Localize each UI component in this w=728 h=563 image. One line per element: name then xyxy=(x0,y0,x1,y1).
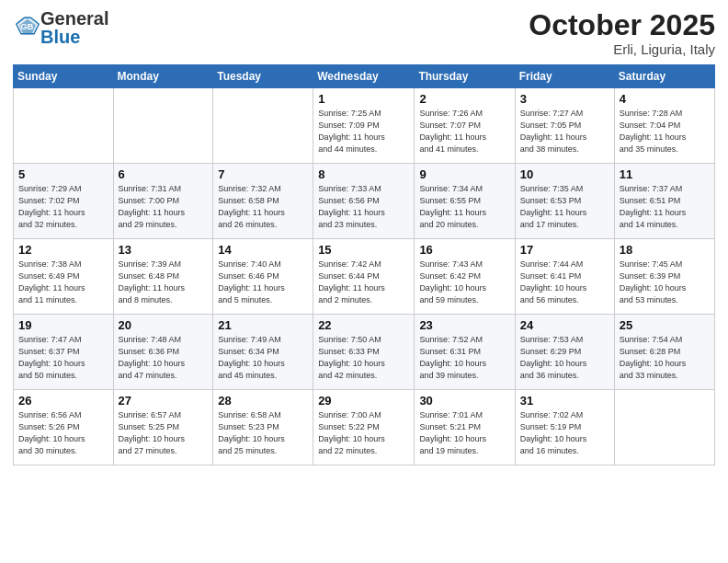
calendar-cell: 12Sunrise: 7:38 AM Sunset: 6:49 PM Dayli… xyxy=(14,239,114,315)
calendar-cell: 11Sunrise: 7:37 AM Sunset: 6:51 PM Dayli… xyxy=(614,164,714,239)
day-info: Sunrise: 7:54 AM Sunset: 6:28 PM Dayligh… xyxy=(620,334,710,382)
day-number: 15 xyxy=(318,243,409,257)
day-number: 23 xyxy=(419,318,509,332)
calendar-cell: 13Sunrise: 7:39 AM Sunset: 6:48 PM Dayli… xyxy=(113,239,213,315)
day-info: Sunrise: 7:29 AM Sunset: 7:02 PM Dayligh… xyxy=(18,183,108,231)
day-info: Sunrise: 7:53 AM Sunset: 6:29 PM Dayligh… xyxy=(520,334,609,382)
calendar-cell: 1Sunrise: 7:25 AM Sunset: 7:09 PM Daylig… xyxy=(313,88,415,164)
day-number: 17 xyxy=(520,243,609,257)
calendar-cell: 15Sunrise: 7:42 AM Sunset: 6:44 PM Dayli… xyxy=(313,239,415,315)
day-info: Sunrise: 7:32 AM Sunset: 6:58 PM Dayligh… xyxy=(218,183,308,231)
day-number: 18 xyxy=(620,243,710,257)
day-info: Sunrise: 7:26 AM Sunset: 7:07 PM Dayligh… xyxy=(419,108,509,155)
calendar-cell: 10Sunrise: 7:35 AM Sunset: 6:53 PM Dayli… xyxy=(515,164,614,239)
day-number: 8 xyxy=(318,167,409,181)
day-info: Sunrise: 7:35 AM Sunset: 6:53 PM Dayligh… xyxy=(520,183,609,231)
day-info: Sunrise: 7:52 AM Sunset: 6:31 PM Dayligh… xyxy=(419,334,509,382)
day-number: 28 xyxy=(218,394,308,408)
day-number: 14 xyxy=(218,243,308,257)
day-info: Sunrise: 6:56 AM Sunset: 5:26 PM Dayligh… xyxy=(18,409,108,457)
day-info: Sunrise: 7:43 AM Sunset: 6:42 PM Dayligh… xyxy=(419,259,509,306)
day-number: 20 xyxy=(119,318,209,332)
calendar-week-1: 1Sunrise: 7:25 AM Sunset: 7:09 PM Daylig… xyxy=(14,88,715,164)
day-number: 6 xyxy=(119,167,209,181)
col-tuesday: Tuesday xyxy=(213,65,313,88)
calendar-cell xyxy=(614,390,714,465)
day-number: 9 xyxy=(419,167,509,181)
logo-icon: GB xyxy=(15,13,40,39)
calendar-week-4: 19Sunrise: 7:47 AM Sunset: 6:37 PM Dayli… xyxy=(14,315,715,390)
calendar-cell: 7Sunrise: 7:32 AM Sunset: 6:58 PM Daylig… xyxy=(213,164,313,239)
col-monday: Monday xyxy=(113,65,213,88)
day-number: 3 xyxy=(520,92,609,106)
day-number: 19 xyxy=(18,318,108,332)
day-number: 5 xyxy=(18,167,108,181)
day-number: 21 xyxy=(218,318,308,332)
calendar-week-5: 26Sunrise: 6:56 AM Sunset: 5:26 PM Dayli… xyxy=(14,390,715,465)
day-number: 4 xyxy=(620,92,710,106)
col-wednesday: Wednesday xyxy=(313,65,415,88)
day-info: Sunrise: 7:38 AM Sunset: 6:49 PM Dayligh… xyxy=(18,259,108,306)
title-month: October 2025 xyxy=(529,9,715,41)
calendar-cell: 31Sunrise: 7:02 AM Sunset: 5:19 PM Dayli… xyxy=(515,390,614,465)
day-info: Sunrise: 6:57 AM Sunset: 5:25 PM Dayligh… xyxy=(119,409,209,457)
day-info: Sunrise: 7:39 AM Sunset: 6:48 PM Dayligh… xyxy=(119,259,209,306)
calendar-cell: 30Sunrise: 7:01 AM Sunset: 5:21 PM Dayli… xyxy=(415,390,515,465)
calendar-cell: 8Sunrise: 7:33 AM Sunset: 6:56 PM Daylig… xyxy=(313,164,415,239)
calendar-week-2: 5Sunrise: 7:29 AM Sunset: 7:02 PM Daylig… xyxy=(14,164,715,239)
day-info: Sunrise: 7:00 AM Sunset: 5:22 PM Dayligh… xyxy=(318,409,409,457)
day-info: Sunrise: 7:28 AM Sunset: 7:04 PM Dayligh… xyxy=(620,108,710,155)
header: GB General Blue October 2025 Erli, Ligur… xyxy=(13,9,715,57)
day-number: 10 xyxy=(520,167,609,181)
calendar-cell: 21Sunrise: 7:49 AM Sunset: 6:34 PM Dayli… xyxy=(213,315,313,390)
calendar-table: Sunday Monday Tuesday Wednesday Thursday… xyxy=(13,64,715,465)
calendar-cell: 5Sunrise: 7:29 AM Sunset: 7:02 PM Daylig… xyxy=(14,164,114,239)
day-info: Sunrise: 7:37 AM Sunset: 6:51 PM Dayligh… xyxy=(620,183,710,231)
calendar-cell: 3Sunrise: 7:27 AM Sunset: 7:05 PM Daylig… xyxy=(515,88,614,164)
logo-general-text: General xyxy=(40,8,108,29)
calendar-cell: 25Sunrise: 7:54 AM Sunset: 6:28 PM Dayli… xyxy=(614,315,714,390)
day-number: 12 xyxy=(18,243,108,257)
day-number: 31 xyxy=(520,394,609,408)
day-info: Sunrise: 7:25 AM Sunset: 7:09 PM Dayligh… xyxy=(318,108,409,155)
col-thursday: Thursday xyxy=(415,65,515,88)
day-info: Sunrise: 6:58 AM Sunset: 5:23 PM Dayligh… xyxy=(218,409,308,457)
col-sunday: Sunday xyxy=(14,65,114,88)
title-block: October 2025 Erli, Liguria, Italy xyxy=(529,9,715,57)
calendar-cell: 18Sunrise: 7:45 AM Sunset: 6:39 PM Dayli… xyxy=(614,239,714,315)
day-info: Sunrise: 7:44 AM Sunset: 6:41 PM Dayligh… xyxy=(520,259,609,306)
calendar-cell: 17Sunrise: 7:44 AM Sunset: 6:41 PM Dayli… xyxy=(515,239,614,315)
day-info: Sunrise: 7:34 AM Sunset: 6:55 PM Dayligh… xyxy=(419,183,509,231)
calendar-week-3: 12Sunrise: 7:38 AM Sunset: 6:49 PM Dayli… xyxy=(14,239,715,315)
day-info: Sunrise: 7:50 AM Sunset: 6:33 PM Dayligh… xyxy=(318,334,409,382)
calendar-cell xyxy=(113,88,213,164)
day-number: 1 xyxy=(318,92,409,106)
calendar-cell: 24Sunrise: 7:53 AM Sunset: 6:29 PM Dayli… xyxy=(515,315,614,390)
day-info: Sunrise: 7:31 AM Sunset: 7:00 PM Dayligh… xyxy=(119,183,209,231)
day-info: Sunrise: 7:45 AM Sunset: 6:39 PM Dayligh… xyxy=(620,259,710,306)
calendar-cell: 4Sunrise: 7:28 AM Sunset: 7:04 PM Daylig… xyxy=(614,88,714,164)
calendar-cell: 27Sunrise: 6:57 AM Sunset: 5:25 PM Dayli… xyxy=(113,390,213,465)
day-info: Sunrise: 7:33 AM Sunset: 6:56 PM Dayligh… xyxy=(318,183,409,231)
day-number: 30 xyxy=(419,394,509,408)
page: GB General Blue October 2025 Erli, Ligur… xyxy=(0,0,728,563)
calendar-cell: 29Sunrise: 7:00 AM Sunset: 5:22 PM Dayli… xyxy=(313,390,415,465)
day-info: Sunrise: 7:42 AM Sunset: 6:44 PM Dayligh… xyxy=(318,259,409,306)
calendar-cell: 16Sunrise: 7:43 AM Sunset: 6:42 PM Dayli… xyxy=(415,239,515,315)
col-saturday: Saturday xyxy=(614,65,714,88)
day-number: 2 xyxy=(419,92,509,106)
day-info: Sunrise: 7:40 AM Sunset: 6:46 PM Dayligh… xyxy=(218,259,308,306)
svg-text:GB: GB xyxy=(20,21,33,31)
day-number: 7 xyxy=(218,167,308,181)
day-number: 26 xyxy=(18,394,108,408)
logo-blue-text: Blue xyxy=(40,27,80,47)
calendar-cell: 23Sunrise: 7:52 AM Sunset: 6:31 PM Dayli… xyxy=(415,315,515,390)
day-number: 13 xyxy=(119,243,209,257)
calendar-cell: 9Sunrise: 7:34 AM Sunset: 6:55 PM Daylig… xyxy=(415,164,515,239)
logo: GB General Blue xyxy=(13,9,108,46)
calendar-cell: 26Sunrise: 6:56 AM Sunset: 5:26 PM Dayli… xyxy=(14,390,114,465)
day-info: Sunrise: 7:27 AM Sunset: 7:05 PM Dayligh… xyxy=(520,108,609,155)
day-number: 29 xyxy=(318,394,409,408)
calendar-cell: 28Sunrise: 6:58 AM Sunset: 5:23 PM Dayli… xyxy=(213,390,313,465)
calendar-cell: 20Sunrise: 7:48 AM Sunset: 6:36 PM Dayli… xyxy=(113,315,213,390)
